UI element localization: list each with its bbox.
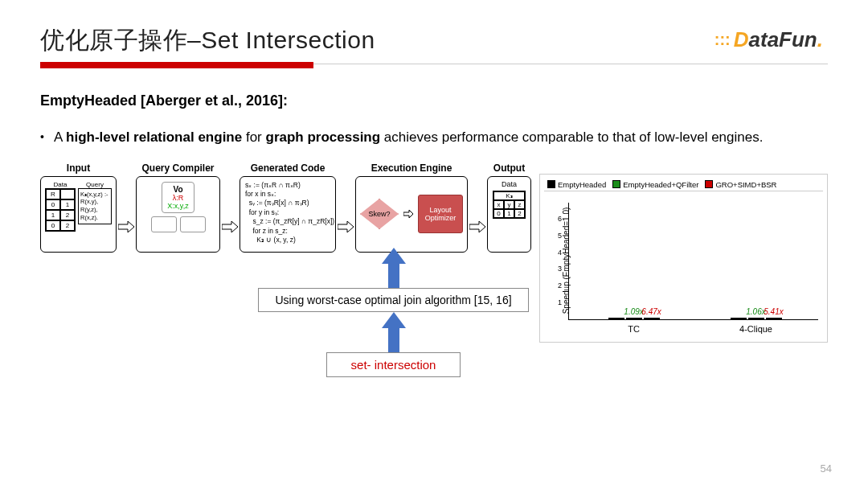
arrow-right-icon: [338, 221, 354, 232]
arrow-right-icon: [118, 221, 134, 232]
generated-label: Generated Code: [251, 162, 326, 174]
bullet-icon: •: [40, 127, 44, 148]
input-box: Data R011202 Query K₃(x,y,z) :-R(x,y),R(…: [40, 176, 117, 253]
logo-dots-icon: :::: [714, 31, 731, 47]
output-box: Data K₃ xyz 012: [487, 176, 531, 253]
skew-diamond: Skew?: [360, 199, 399, 229]
output-table: K₃ xyz 012: [493, 191, 526, 219]
arrow-up-icon: [382, 248, 406, 288]
input-query: K₃(x,y,z) :-R(x,y),R(y,z),R(x,z).: [78, 188, 112, 224]
y-axis-label: Speedup (EmptyHeaded=1.0): [562, 208, 571, 314]
section-heading: EmptyHeaded [Aberger et al., 2016]:: [40, 92, 828, 109]
slide-title: 优化原子操作–Set Intersection: [40, 24, 828, 57]
input-label: Input: [67, 162, 90, 174]
chart-plot: Speedup (EmptyHeaded=1.0) 1234561.09x6.4…: [568, 203, 818, 320]
layout-optimizer: Layout Optimizer: [418, 195, 463, 233]
logo: :::DataFun.: [714, 27, 823, 52]
arrow-right-icon: [222, 221, 238, 232]
bullet-item: • A high-level relational engine for gra…: [40, 127, 828, 148]
input-data-table: R011202: [45, 188, 76, 232]
speedup-chart: EmptyHeadedEmptyHeaded+QFilterGRO+SIMD+B…: [539, 174, 828, 343]
exec-label: Execution Engine: [371, 162, 452, 174]
chart-legend: EmptyHeadedEmptyHeaded+QFilterGRO+SIMD+B…: [544, 179, 823, 191]
exec-box: Skew? Layout Optimizer: [355, 176, 468, 253]
page-number: 54: [821, 462, 832, 475]
title-underline: [40, 62, 313, 68]
arrow-right-icon: [403, 210, 413, 218]
pipeline-diagram: Input Data R011202 Query K₃(x,y,z) :-R(x…: [40, 162, 531, 377]
compiler-box: Vo λ:R X:x,y,z: [136, 176, 220, 253]
compiler-label: Query Compiler: [141, 162, 214, 174]
annotation-wco: Using worst-case optimal join algorithm …: [258, 288, 528, 312]
code-box: sₓ := (πₓR ∩ πₓR)for x in sₓ: sᵧ := (πᵧR…: [240, 176, 336, 253]
output-label: Output: [493, 162, 525, 174]
annotation-set-intersection: set- intersection: [326, 352, 461, 377]
arrow-up-icon: [382, 312, 406, 352]
bullet-text: A high-level relational engine for graph…: [54, 127, 764, 148]
arrow-right-icon: [469, 221, 485, 232]
